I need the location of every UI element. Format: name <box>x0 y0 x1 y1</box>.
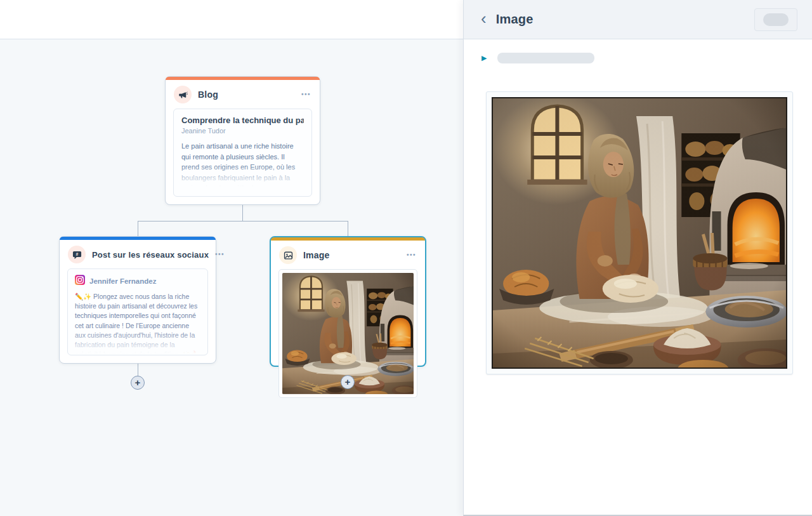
image-preview-photo <box>492 97 787 369</box>
image-preview-frame <box>486 91 793 374</box>
blog-post-body: Le pain artisanal a une riche histoire q… <box>181 141 304 187</box>
social-post-node-card[interactable]: # Post sur les réseaux sociaux ••• Jenni… <box>59 236 216 364</box>
social-card-title: Post sur les réseaux sociaux <box>92 250 209 260</box>
panel-title: Image <box>496 12 534 27</box>
social-post-body: ✏️✨ Plongez avec nous dans la riche hist… <box>75 292 200 354</box>
instagram-icon <box>75 275 85 288</box>
loading-action-button[interactable] <box>754 8 797 31</box>
more-options-icon[interactable]: ••• <box>215 250 225 259</box>
canvas-top-strip <box>0 0 463 39</box>
panel-header: ‹ Image <box>464 0 812 39</box>
connector-line <box>138 364 138 376</box>
connector-line <box>242 205 243 222</box>
connector-line <box>138 221 138 236</box>
section-label-skeleton <box>497 53 594 63</box>
collapsed-section-toggle[interactable]: ▶ <box>481 53 812 63</box>
connector-line <box>348 221 348 236</box>
image-card-title: Image <box>303 250 329 260</box>
canvas-area[interactable]: Blog ••• Comprendre la technique du pain… <box>0 0 463 516</box>
blog-post-author: Jeanine Tudor <box>181 127 304 135</box>
detail-panel: ‹ Image ▶ <box>463 0 812 516</box>
megaphone-icon <box>174 86 192 103</box>
campaign-planner-screen: Blog ••• Comprendre la technique du pain… <box>0 0 812 516</box>
more-options-icon[interactable]: ••• <box>407 251 416 260</box>
button-skeleton-placeholder <box>763 13 789 26</box>
blog-card-title: Blog <box>198 89 218 100</box>
more-options-icon[interactable]: ••• <box>301 90 311 99</box>
social-post-preview[interactable]: Jennifer Fernandez ✏️✨ Plongez avec nous… <box>67 268 208 355</box>
add-node-button[interactable]: + <box>341 375 355 389</box>
blog-node-card[interactable]: Blog ••• Comprendre la technique du pain… <box>165 76 320 205</box>
social-account-name: Jennifer Fernandez <box>89 277 156 285</box>
image-icon <box>279 246 297 264</box>
expand-triangle-icon: ▶ <box>481 55 487 62</box>
connector-line <box>138 221 348 222</box>
add-node-button[interactable]: + <box>131 376 145 390</box>
svg-text:#: # <box>75 251 78 256</box>
hashtag-bubble-icon: # <box>68 246 86 263</box>
image-node-card[interactable]: Image ••• <box>270 236 426 367</box>
blog-post-title: Comprendre la technique du pain a… <box>181 116 304 125</box>
back-button[interactable]: ‹ <box>481 10 487 27</box>
blog-post-preview[interactable]: Comprendre la technique du pain a… Jeani… <box>173 109 312 197</box>
